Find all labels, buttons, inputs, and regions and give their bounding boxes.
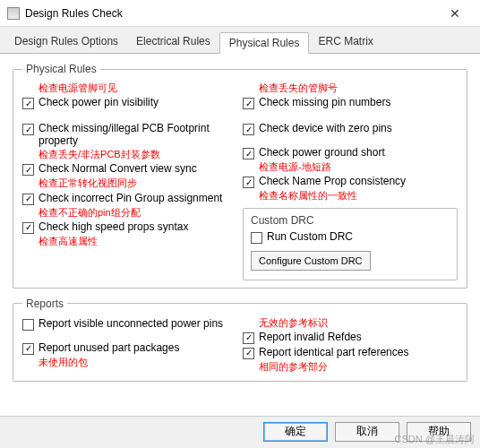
chk-power-pin-visibility[interactable]: ✓ [22, 98, 34, 109]
note-invalid-refdes: 无效的参考标识 [259, 317, 458, 329]
tab-physical-rules[interactable]: Physical Rules [219, 32, 310, 54]
lbl-name-prop: Check Name Prop consistency [259, 175, 406, 187]
physical-rules-legend: Physical Rules [22, 63, 100, 75]
lbl-high-speed: Check high speed props syntax [39, 220, 188, 233]
physical-right-col: 检查丢失的管脚号 ✓Check missing pin numbers ✓Che… [243, 81, 458, 280]
configure-custom-drc-button[interactable]: Configure Custom DRC [251, 251, 371, 271]
custom-drc-group: Custom DRC Run Custom DRC Configure Cust… [243, 208, 458, 280]
note-name-prop: 检查名称属性的一致性 [259, 190, 458, 202]
tab-strip: Design Rules Options Electrical Rules Ph… [0, 27, 480, 54]
chk-name-prop[interactable]: ✓ [243, 177, 254, 188]
note-missing-footprint: 检查丢失/非法PCB封装参数 [39, 149, 237, 160]
lbl-power-ground-short: Check power ground short [259, 146, 385, 159]
lbl-run-custom-drc: Run Custom DRC [267, 230, 353, 243]
close-icon[interactable]: ✕ [437, 1, 473, 26]
cancel-button[interactable]: 取消 [335, 422, 399, 442]
lbl-report-unused-packages: Report unused part packages [39, 341, 179, 354]
chk-pin-group[interactable]: ✓ [22, 194, 34, 205]
chk-high-speed[interactable]: ✓ [22, 222, 34, 234]
reports-group: Reports Report visible unconnected power… [13, 297, 467, 382]
chk-power-ground-short[interactable]: ✓ [243, 148, 254, 159]
window-title: Design Rules Check [25, 7, 437, 20]
note-identical-refs: 相同的参考部分 [259, 361, 458, 373]
chk-report-identical-refs[interactable]: ✓ [243, 348, 254, 359]
note-normal-convert-sync: 检查正常转化视图同步 [39, 177, 237, 189]
help-button[interactable]: 帮助 [407, 422, 471, 442]
content-area: Physical Rules 检查电源管脚可见 ✓Check power pin… [0, 54, 480, 416]
ok-button[interactable]: 确定 [263, 422, 328, 442]
lbl-report-invalid-refdes: Report invalid Refdes [259, 331, 362, 343]
note-missing-pin-num: 检查丢失的管脚号 [259, 82, 458, 94]
lbl-report-unconnected-power: Report visible unconnected power pins [39, 317, 223, 330]
note-pin-group: 检查不正确的pin组分配 [39, 207, 237, 219]
app-icon [7, 7, 20, 20]
chk-report-unconnected-power[interactable] [22, 319, 34, 331]
lbl-normal-convert-sync: Check Normal Convert view sync [39, 162, 197, 175]
chk-missing-footprint[interactable]: ✓ [22, 124, 34, 135]
note-unused-packages: 未使用的包 [39, 357, 237, 368]
lbl-report-identical-refs: Report identical part references [259, 346, 408, 358]
note-high-speed: 检查高速属性 [39, 236, 237, 247]
lbl-missing-pin-numbers: Check missing pin numbers [259, 96, 390, 108]
custom-drc-legend: Custom DRC [251, 214, 450, 227]
reports-legend: Reports [22, 297, 67, 310]
chk-report-invalid-refdes[interactable]: ✓ [243, 332, 254, 344]
tab-erc-matrix[interactable]: ERC Matrix [309, 31, 381, 53]
lbl-zero-pins: Check device with zero pins [259, 122, 392, 134]
reports-right-col: 无效的参考标识 ✓Report invalid Refdes ✓Report i… [243, 315, 458, 374]
button-bar: 确定 取消 帮助 [0, 416, 480, 446]
physical-rules-group: Physical Rules 检查电源管脚可见 ✓Check power pin… [13, 63, 467, 289]
note-power-pin-vis: 检查电源管脚可见 [39, 82, 237, 94]
chk-missing-pin-numbers[interactable]: ✓ [243, 98, 254, 109]
chk-zero-pins[interactable]: ✓ [243, 124, 254, 135]
tab-design-rules-options[interactable]: Design Rules Options [5, 31, 127, 53]
titlebar: Design Rules Check ✕ [0, 0, 480, 27]
tab-electrical-rules[interactable]: Electrical Rules [127, 31, 219, 53]
chk-report-unused-packages[interactable]: ✓ [22, 343, 34, 355]
lbl-power-pin-visibility: Check power pin visibility [39, 96, 159, 108]
reports-left-col: Report visible unconnected power pins ✓R… [22, 315, 237, 374]
note-power-ground-short: 检查电源-地短路 [259, 161, 458, 173]
lbl-pin-group: Check incorrect Pin Group assignment [39, 192, 222, 204]
chk-normal-convert-sync[interactable]: ✓ [22, 164, 34, 176]
lbl-missing-footprint: Check missing/illegal PCB Footprint prop… [39, 122, 237, 147]
chk-run-custom-drc[interactable] [251, 232, 262, 244]
physical-left-col: 检查电源管脚可见 ✓Check power pin visibility ✓Ch… [22, 81, 237, 280]
